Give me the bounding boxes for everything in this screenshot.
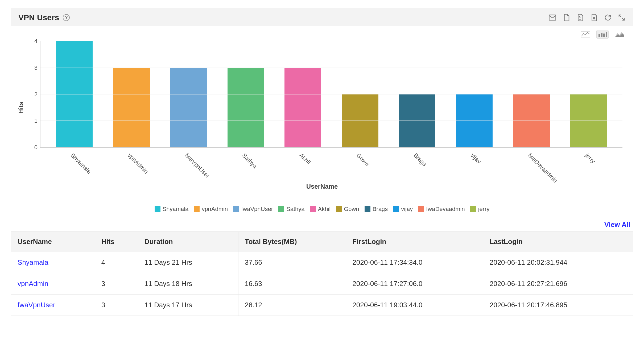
cell-username[interactable]: Shyamala (11, 252, 95, 273)
legend-label: vijay (401, 206, 413, 213)
cell-lastlogin: 2020-06-11 20:17:46.895 (483, 295, 633, 316)
legend-swatch (194, 206, 200, 212)
bar-slot (46, 41, 103, 147)
legend-label: fwaVpnUser (241, 206, 273, 213)
bar-gowri[interactable] (342, 94, 378, 148)
x-tick-label: fwaVpnUser (184, 152, 211, 179)
legend: ShyamalavpnAdminfwaVpnUserSathyaAkhilGow… (11, 201, 633, 221)
line-chart-icon[interactable] (579, 30, 592, 39)
bar-slot (103, 68, 160, 147)
legend-label: vpnAdmin (202, 206, 228, 213)
bar-vijay[interactable] (456, 94, 493, 148)
svg-rect-3 (601, 33, 602, 37)
x-tick-label: Gowri (355, 152, 371, 168)
view-all-link[interactable]: View All (604, 221, 630, 229)
bar-slot (446, 94, 503, 148)
svg-rect-4 (603, 34, 605, 37)
legend-item[interactable]: jerry (470, 206, 490, 213)
gridline (40, 68, 622, 68)
x-ticks: ShyamalavpnAdminfwaVpnUserSathyaAkhilGow… (40, 148, 622, 180)
x-tick: vpnAdmin (103, 150, 160, 180)
panel-header: VPN Users ? (11, 9, 633, 26)
legend-item[interactable]: fwaDevaadmin (418, 206, 465, 213)
legend-swatch (336, 206, 342, 212)
bar-shyamala[interactable] (56, 41, 93, 147)
bar-akhil[interactable] (284, 68, 321, 147)
cell-username[interactable]: fwaVpnUser (11, 295, 95, 316)
x-axis-label: UserName (22, 183, 622, 190)
xls-icon[interactable] (590, 14, 598, 22)
legend-swatch (310, 206, 316, 212)
refresh-icon[interactable] (604, 14, 612, 22)
bar-slot (160, 68, 217, 147)
y-ticks: 01234 (22, 41, 40, 147)
cell-hits: 4 (95, 252, 138, 273)
bar-sathya[interactable] (228, 68, 264, 147)
gridline (40, 147, 622, 147)
cell-firstlogin: 2020-06-11 19:03:44.0 (346, 295, 483, 316)
col-hits[interactable]: Hits (95, 232, 138, 252)
col-duration[interactable]: Duration (138, 232, 238, 252)
bar-fwadevaadmin[interactable] (513, 94, 550, 148)
vpn-users-panel: VPN Users ? (11, 9, 633, 316)
x-tick-label: Shyamala (69, 152, 93, 175)
pdf-icon[interactable] (562, 14, 570, 22)
svg-rect-2 (598, 34, 600, 37)
col-lastlogin[interactable]: LastLogin (483, 232, 633, 252)
x-tick-label: Akhil (298, 152, 312, 166)
svg-rect-1 (581, 31, 590, 37)
legend-label: Shyamala (163, 206, 189, 213)
mail-icon[interactable] (548, 14, 556, 22)
cell-totalbytes: 16.63 (238, 273, 346, 295)
page-root: VPN Users ? (0, 0, 644, 325)
legend-label: Brags (373, 206, 388, 213)
csv-icon[interactable] (576, 14, 584, 22)
bar-jerry[interactable] (570, 94, 607, 148)
gridline (40, 121, 622, 121)
x-tick-label: Sathya (241, 152, 258, 170)
x-tick: Sathya (217, 150, 274, 180)
table-head: UserName Hits Duration Total Bytes(MB) F… (11, 232, 633, 252)
y-tick: 1 (34, 117, 38, 124)
x-tick: Brags (389, 150, 446, 180)
legend-item[interactable]: fwaVpnUser (233, 206, 273, 213)
chart-area: Hits 01234 ShyamalavpnAdminfwaVpnUserSat… (11, 39, 633, 201)
header-actions (548, 14, 626, 22)
bar-vpnadmin[interactable] (113, 68, 150, 147)
bar-slot (274, 68, 332, 147)
bar-chart-icon[interactable] (596, 30, 609, 39)
x-tick-label: jerry (584, 152, 597, 165)
bar-slot (389, 94, 446, 148)
col-totalbytes[interactable]: Total Bytes(MB) (238, 232, 346, 252)
x-tick-label: vijay (469, 152, 483, 165)
cell-hits: 3 (95, 295, 138, 316)
gridline (40, 94, 622, 94)
legend-item[interactable]: Akhil (310, 206, 331, 213)
bar-brags[interactable] (399, 94, 435, 148)
legend-label: Sathya (286, 206, 305, 213)
view-all-row: View All (11, 221, 633, 231)
x-tick-label: fwaDevaadmin (526, 152, 559, 184)
x-tick: Shyamala (46, 150, 103, 180)
area-chart-icon[interactable] (613, 30, 626, 39)
legend-item[interactable]: vijay (393, 206, 413, 213)
legend-item[interactable]: Shyamala (155, 206, 189, 213)
col-firstlogin[interactable]: FirstLogin (346, 232, 483, 252)
col-username[interactable]: UserName (11, 232, 95, 252)
expand-icon[interactable] (618, 14, 626, 22)
chart-type-toolbar (11, 26, 633, 39)
help-icon[interactable]: ? (63, 14, 70, 21)
legend-item[interactable]: Gowri (336, 206, 359, 213)
y-tick: 0 (34, 144, 38, 151)
bar-fwavpnuser[interactable] (170, 68, 207, 147)
cell-firstlogin: 2020-06-11 17:27:06.0 (346, 273, 483, 295)
panel-title-wrap: VPN Users ? (18, 13, 70, 22)
legend-item[interactable]: Brags (365, 206, 388, 213)
cell-username[interactable]: vpnAdmin (11, 273, 95, 295)
legend-swatch (278, 206, 284, 212)
legend-item[interactable]: Sathya (278, 206, 305, 213)
bar-slot (503, 94, 560, 148)
legend-item[interactable]: vpnAdmin (194, 206, 228, 213)
legend-swatch (365, 206, 370, 212)
table-row: Shyamala411 Days 21 Hrs37.662020-06-11 1… (11, 252, 633, 273)
